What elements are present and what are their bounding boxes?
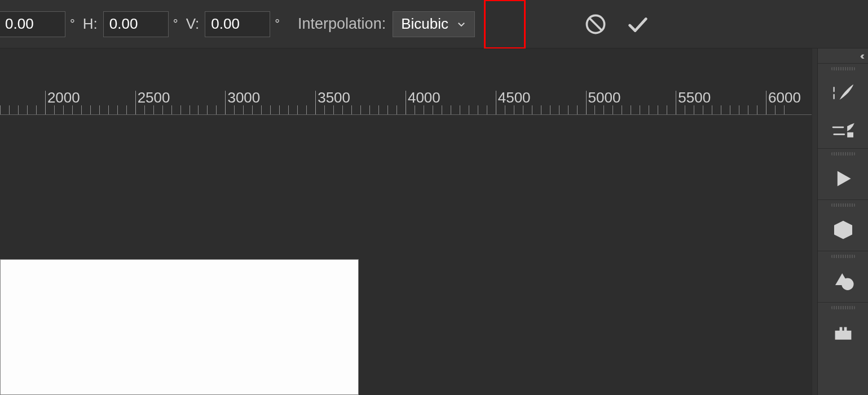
vertical-scrollbar[interactable] <box>812 48 817 395</box>
panel-slot-plugins[interactable] <box>818 302 868 353</box>
h-skew-input[interactable]: 0.00 <box>103 11 169 37</box>
ruler-tick-minor <box>333 105 334 114</box>
ruler-tick-minor <box>451 105 451 114</box>
ruler-tick-minor <box>775 105 776 114</box>
ruler-tick-minor <box>234 105 235 114</box>
interpolation-select[interactable]: Bicubic <box>393 11 475 37</box>
svg-line-4 <box>589 18 602 30</box>
ruler-tick-minor <box>568 105 569 114</box>
cancel-transform-button[interactable] <box>579 7 613 41</box>
ruler-tick-minor <box>694 105 694 114</box>
ruler-label: 2500 <box>138 89 170 106</box>
ruler-tick-minor <box>27 105 28 114</box>
ruler-tick-minor <box>81 105 82 114</box>
plugins-icon <box>833 323 853 341</box>
ruler-tick-minor <box>36 105 37 114</box>
ruler-tick-minor <box>667 105 667 114</box>
panel-grip[interactable] <box>831 152 855 156</box>
ruler-tick-minor <box>415 105 415 114</box>
panel-slot-actions[interactable] <box>818 148 868 199</box>
ruler-tick-minor <box>442 105 442 114</box>
ruler-tick-minor <box>288 105 289 114</box>
panel-grip[interactable] <box>831 255 855 258</box>
panel-grip[interactable] <box>831 306 855 309</box>
ruler-label: 2000 <box>47 89 80 106</box>
svg-line-0 <box>501 15 503 25</box>
degree-symbol-1: ° <box>70 17 75 32</box>
ruler-tick-minor <box>72 105 73 114</box>
panel-slot-measure[interactable] <box>818 251 868 302</box>
commit-transform-button[interactable] <box>620 7 654 41</box>
ruler-tick-minor <box>306 105 307 114</box>
ruler-tick-major <box>766 91 766 114</box>
checkmark-icon <box>624 11 650 37</box>
actions-play-icon <box>834 169 853 188</box>
ruler-tick-minor <box>54 105 55 114</box>
ruler-tick-minor <box>478 105 478 114</box>
ruler-tick-major <box>225 91 226 114</box>
right-panel-strip: ‹‹ <box>817 48 868 395</box>
ruler-tick-minor <box>784 105 785 114</box>
svg-line-1 <box>507 15 508 25</box>
h-value: 0.00 <box>109 15 138 33</box>
ruler-tick-minor <box>514 105 514 114</box>
ruler-tick-minor <box>18 105 19 114</box>
ruler-tick-minor <box>748 105 748 114</box>
ruler-tick-minor <box>685 105 685 114</box>
ruler-tick-minor <box>360 105 361 114</box>
interpolation-label: Interpolation: <box>298 15 386 33</box>
3d-icon <box>832 219 854 241</box>
v-label: V: <box>186 15 200 33</box>
clone-source-icon <box>831 121 856 141</box>
warp-icon <box>492 12 517 37</box>
ruler-tick-minor <box>658 105 658 114</box>
document-canvas[interactable] <box>0 259 359 395</box>
ruler-tick-minor <box>171 105 172 114</box>
ruler-tick-minor <box>144 105 145 114</box>
ruler-tick-major <box>676 91 676 114</box>
ruler-tick-minor <box>198 105 199 114</box>
svg-rect-8 <box>847 132 853 137</box>
ruler-tick-minor <box>730 105 730 114</box>
ruler-tick-minor <box>99 105 100 114</box>
ruler-label: 3000 <box>227 89 260 106</box>
ruler-tick-major <box>45 91 46 114</box>
ruler-tick-minor <box>190 105 190 114</box>
ruler-tick-minor <box>631 105 631 114</box>
ruler-tick-minor <box>594 105 595 114</box>
ruler-tick-minor <box>0 105 1 114</box>
ruler-tick-minor <box>712 105 712 114</box>
ruler-tick-minor <box>378 105 379 114</box>
ruler-label: 3500 <box>318 89 350 106</box>
panel-slot-3d[interactable] <box>818 199 868 251</box>
v-skew-input[interactable]: 0.00 <box>205 11 270 37</box>
panel-slot-brushes[interactable] <box>818 63 868 148</box>
ruler-tick-minor <box>90 105 91 114</box>
ruler-tick-minor <box>622 105 622 114</box>
ruler-tick-minor <box>523 105 523 114</box>
horizontal-ruler[interactable]: 200025003000350040004500500055006000 <box>0 89 812 115</box>
warp-mode-button[interactable] <box>484 0 526 49</box>
rotate-input[interactable]: 0.00 <box>0 11 65 37</box>
panel-grip[interactable] <box>831 67 855 70</box>
panel-grip[interactable] <box>831 203 855 207</box>
ruler-tick-major <box>135 91 136 114</box>
ruler-tick-minor <box>297 105 298 114</box>
expand-panels-button[interactable]: ‹‹ <box>818 48 868 63</box>
options-bar: 0.00 ° H: 0.00 ° V: 0.00 ° Interpolation… <box>0 0 868 48</box>
ruler-tick-minor <box>433 105 433 114</box>
chevron-down-icon <box>456 19 466 29</box>
ruler-tick-minor <box>279 105 280 114</box>
ruler-tick-minor <box>559 105 559 114</box>
ruler-tick-minor <box>324 105 325 114</box>
ruler-tick-minor <box>487 105 487 114</box>
ruler-tick-minor <box>460 105 460 114</box>
ruler-tick-minor <box>180 105 181 114</box>
ruler-tick-minor <box>270 105 271 114</box>
ruler-tick-major <box>315 91 316 114</box>
ruler-label: 5500 <box>678 89 711 106</box>
ruler-tick-minor <box>369 105 370 114</box>
ruler-tick-minor <box>603 105 604 114</box>
ruler-tick-minor <box>640 105 640 114</box>
svg-marker-9 <box>837 171 851 186</box>
